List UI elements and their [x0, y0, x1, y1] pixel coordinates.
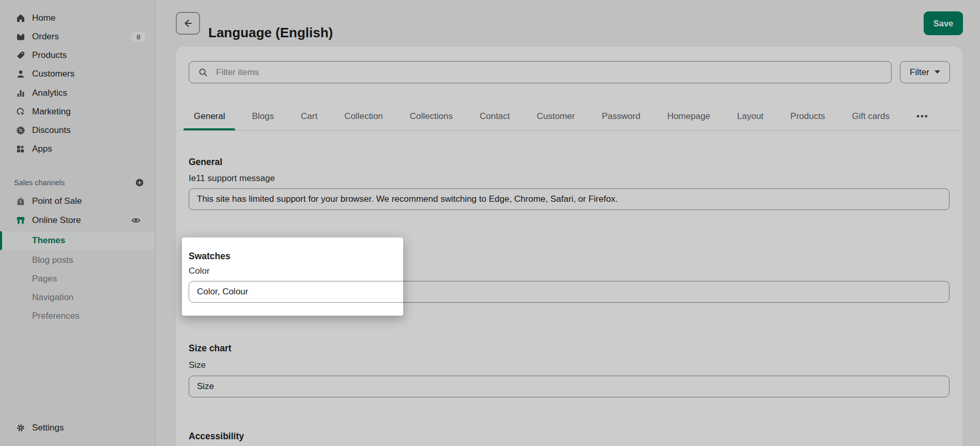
tab-contact[interactable]: Contact — [469, 102, 520, 130]
tab-homepage[interactable]: Homepage — [657, 102, 721, 130]
tab-products[interactable]: Products — [780, 102, 835, 130]
sidebar-item-online-store[interactable]: Online Store — [0, 211, 155, 230]
sidebar-item-orders[interactable]: Orders 8 — [0, 27, 155, 46]
discounts-icon — [16, 125, 26, 136]
active-indicator-bar — [0, 231, 2, 250]
customers-icon — [16, 69, 26, 79]
subitem-label: Themes — [32, 235, 65, 246]
sidebar-item-pages[interactable]: Pages — [0, 270, 155, 288]
sales-channels-label: Sales channels — [14, 179, 65, 187]
category-tabs: General Blogs Cart Collection Collection… — [176, 102, 962, 131]
tab-blogs[interactable]: Blogs — [241, 102, 284, 130]
gear-icon — [16, 423, 26, 433]
translations-card: Filter General Blogs Cart Collection Col… — [176, 47, 962, 446]
tab-general[interactable]: General — [183, 102, 235, 130]
main-content: Language (English) Save Filter General B… — [155, 0, 980, 446]
sidebar-item-label: Analytics — [32, 88, 67, 98]
size-label: Size — [189, 359, 206, 371]
filter-button-label: Filter — [910, 67, 929, 78]
size-input[interactable] — [189, 376, 950, 397]
tabs-overflow-button[interactable]: ••• — [906, 102, 939, 130]
sidebar-item-label: Customers — [32, 69, 74, 79]
sidebar-item-blog-posts[interactable]: Blog posts — [0, 251, 155, 270]
shopify-admin-screen: Home Orders 8 Products Customers A — [0, 0, 980, 446]
sidebar-item-themes[interactable]: Themes — [0, 231, 155, 250]
sidebar-item-customers[interactable]: Customers — [0, 65, 155, 83]
tab-collections[interactable]: Collections — [400, 102, 463, 130]
tab-password[interactable]: Password — [591, 102, 651, 130]
pos-bag-icon — [16, 196, 26, 206]
tab-layout[interactable]: Layout — [727, 102, 774, 130]
section-heading-size-chart: Size chart — [189, 342, 232, 354]
subitem-label: Blog posts — [32, 255, 73, 265]
sidebar-item-apps[interactable]: Apps — [0, 140, 155, 158]
orders-icon — [16, 32, 26, 42]
sidebar-item-label: Apps — [32, 144, 52, 154]
sidebar-item-point-of-sale[interactable]: Point of Sale — [0, 192, 155, 211]
color-input[interactable] — [189, 281, 950, 303]
apps-icon — [16, 144, 26, 154]
save-button[interactable]: Save — [924, 11, 963, 35]
home-icon — [16, 13, 26, 23]
ie11-support-input[interactable] — [189, 188, 950, 210]
storefront-icon — [16, 215, 26, 226]
section-heading-general: General — [189, 156, 222, 168]
tab-cart[interactable]: Cart — [290, 102, 328, 130]
eye-icon[interactable] — [131, 215, 141, 226]
color-label: Color — [189, 265, 210, 277]
sidebar-item-analytics[interactable]: Analytics — [0, 84, 155, 102]
sidebar: Home Orders 8 Products Customers A — [0, 0, 156, 446]
ie11-support-label: Ie11 support message — [189, 172, 275, 185]
analytics-icon — [16, 88, 26, 98]
filter-button[interactable]: Filter — [900, 61, 950, 83]
tab-gift-cards[interactable]: Gift cards — [841, 102, 900, 130]
sidebar-item-home[interactable]: Home — [0, 9, 155, 27]
sidebar-item-label: Discounts — [32, 125, 71, 136]
sidebar-item-settings[interactable]: Settings — [0, 419, 155, 437]
subitem-label: Navigation — [32, 292, 73, 303]
sidebar-item-label: Orders — [32, 32, 59, 42]
sidebar-item-discounts[interactable]: Discounts — [0, 121, 155, 140]
settings-label: Settings — [32, 423, 64, 433]
search-icon — [198, 67, 208, 78]
plus-circle-icon[interactable] — [135, 178, 144, 187]
sidebar-item-label: Products — [32, 50, 67, 61]
subitem-label: Preferences — [32, 311, 80, 321]
filter-search-box — [189, 61, 892, 83]
arrow-left-icon — [182, 18, 194, 29]
section-heading-swatches: Swatches — [189, 250, 231, 262]
tab-customer[interactable]: Customer — [527, 102, 586, 130]
subitem-label: Pages — [32, 274, 57, 284]
channel-label: Online Store — [32, 215, 81, 226]
sidebar-item-marketing[interactable]: Marketing — [0, 102, 155, 121]
page-title: Language (English) — [208, 24, 333, 41]
sales-channels-header: Sales channels — [0, 176, 155, 189]
search-input[interactable] — [215, 67, 891, 78]
products-icon — [16, 50, 26, 61]
back-button[interactable] — [176, 12, 200, 35]
tab-collection[interactable]: Collection — [334, 102, 393, 130]
sidebar-item-label: Marketing — [32, 107, 71, 117]
caret-down-icon — [935, 70, 940, 74]
orders-count-badge: 8 — [131, 32, 146, 42]
sidebar-item-preferences[interactable]: Preferences — [0, 307, 155, 325]
sidebar-item-label: Home — [32, 13, 55, 23]
sidebar-item-products[interactable]: Products — [0, 46, 155, 65]
section-heading-accessibility: Accessibility — [189, 430, 244, 442]
marketing-icon — [16, 107, 26, 117]
channel-label: Point of Sale — [32, 196, 82, 206]
sidebar-item-navigation[interactable]: Navigation — [0, 288, 155, 307]
